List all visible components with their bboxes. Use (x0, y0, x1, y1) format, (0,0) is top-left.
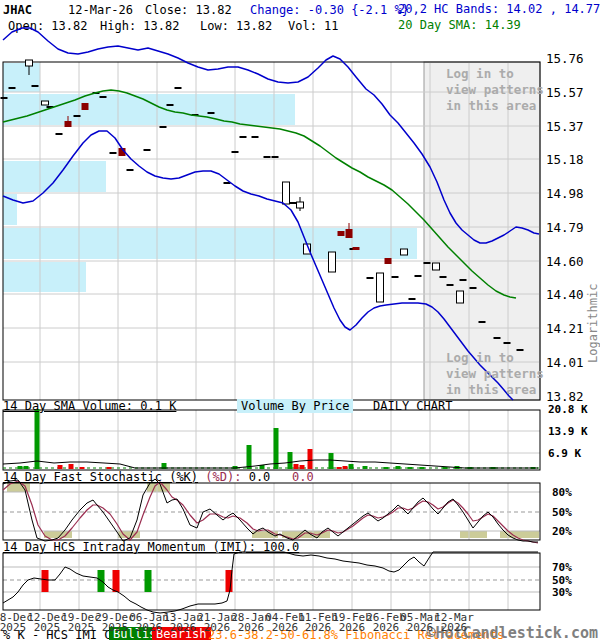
volume-bar (408, 467, 413, 469)
volume-bar (420, 467, 425, 469)
volume-bar (343, 466, 348, 469)
volume-tick-label: 20.8 K (548, 403, 588, 416)
imi-tick-label: 30% (552, 586, 572, 599)
volume-bar (443, 467, 448, 469)
doji-candle (494, 337, 501, 339)
stochastic-d-label: (%D): (205, 470, 241, 484)
doji-candle (9, 87, 16, 89)
doji-candle (1, 97, 8, 99)
doji-candle (392, 276, 399, 278)
bullish-candle (377, 273, 384, 302)
stochastic-title-main: 14 Day Fast Stochastic (%K) (3, 470, 198, 484)
doji-candle (74, 115, 81, 117)
price-tick-label: 13.82 (546, 389, 584, 404)
volume-bar (308, 449, 313, 469)
volume-bar (329, 453, 334, 469)
price-tick-label: 14.21 (546, 321, 584, 336)
login-prompt-bottom[interactable]: Log in to view patterns in this area (446, 350, 548, 398)
login-prompt-top[interactable]: Log in to view patterns in this area (446, 66, 548, 114)
volume-by-price-band (3, 161, 106, 192)
imi-bearish-crossover-marker (113, 570, 120, 592)
price-tick-label: 14.60 (546, 254, 584, 269)
daily-chart-label: DAILY CHART (373, 399, 452, 413)
imi-bullish-crossover-marker (145, 570, 152, 592)
date-tick-label: 12-Mar2026 (431, 613, 477, 632)
volume-by-price-band (3, 228, 417, 259)
stochastic-overbought-oversold-shade (500, 531, 539, 538)
volume-bar (396, 466, 401, 469)
doji-candle (447, 284, 454, 286)
doji-candle (160, 126, 167, 128)
bearish-candle (65, 121, 72, 127)
volume-panel-title: 14 Day SMA Volume: 0.1 K (3, 399, 176, 413)
price-tick-label: 15.57 (546, 85, 584, 100)
volume-by-price-label: Volume By Price (237, 399, 353, 413)
bullish-candle (283, 182, 290, 204)
volume-bar (35, 409, 40, 469)
stochastic-d-value: 0.0 (292, 470, 314, 484)
volume-bar (18, 466, 23, 469)
doji-candle (504, 342, 511, 344)
volume-bar (300, 465, 305, 469)
doji-candle (110, 152, 117, 154)
stochastic-overbought-oversold-shade (460, 531, 487, 538)
bullish-candle (401, 249, 408, 255)
doji-candle (100, 96, 107, 98)
volume-tick-label: 6.9 K (548, 447, 581, 460)
stochastic-tick-label: 20% (552, 525, 572, 538)
doji-candle (127, 169, 134, 171)
bearish-candle (353, 247, 360, 250)
volume-bar (107, 467, 112, 469)
price-tick-label: 15.76 (546, 51, 584, 66)
bullish-candle (433, 263, 440, 270)
price-tick-label: 14.79 (546, 220, 584, 235)
volume-bar (337, 467, 342, 469)
stochastic-k-value: 0.0 (249, 470, 271, 484)
volume-panel-border (3, 410, 540, 470)
price-tick-label: 15.18 (546, 152, 584, 167)
doji-candle (415, 275, 422, 277)
volume-bar (384, 467, 389, 469)
doji-candle (175, 87, 182, 89)
bearish-candle (346, 229, 353, 238)
doji-candle (32, 85, 39, 87)
bullish-candle (329, 252, 336, 272)
volume-bar (69, 464, 74, 469)
doji-candle (470, 287, 477, 289)
imi-line (3, 552, 538, 613)
imi-panel-border (3, 553, 540, 610)
doji-candle (440, 276, 447, 278)
bullish-candle (26, 60, 33, 66)
chart-page: JHAC 12-Mar-26 Close: 13.82 Change: -0.3… (0, 0, 600, 640)
price-tick-label: 14.40 (546, 287, 584, 302)
bullish-candle (42, 101, 49, 105)
bullish-candle (457, 291, 464, 303)
bullish-candle (297, 202, 304, 208)
doji-candle (290, 202, 297, 204)
doji-candle (252, 136, 259, 138)
doji-candle (424, 262, 431, 264)
doji-candle (208, 112, 215, 114)
volume-bar (274, 428, 279, 469)
doji-candle (479, 321, 486, 323)
price-tick-label: 15.37 (546, 119, 584, 134)
bearish-candle (385, 258, 392, 264)
doji-candle (272, 156, 279, 158)
volume-bar (247, 445, 252, 469)
doji-candle (232, 151, 239, 153)
volume-bar (24, 466, 29, 469)
stochastic-tick-label: 80% (552, 486, 572, 499)
doji-candle (460, 279, 467, 281)
price-tick-label: 14.98 (546, 186, 584, 201)
volume-by-price-band (3, 262, 86, 292)
imi-panel-title: 14 Day HCS Intraday Momentum (IMI): 100.… (3, 540, 299, 554)
imi-bearish-crossover-marker (42, 570, 49, 592)
doji-candle (56, 133, 63, 135)
doji-candle (264, 156, 271, 158)
volume-bar (58, 465, 63, 469)
price-tick-label: 14.01 (546, 355, 584, 370)
stochastic-tick-label: 50% (552, 506, 572, 519)
volume-bar (288, 452, 293, 469)
doji-candle (144, 149, 151, 151)
volume-bar (363, 466, 368, 469)
